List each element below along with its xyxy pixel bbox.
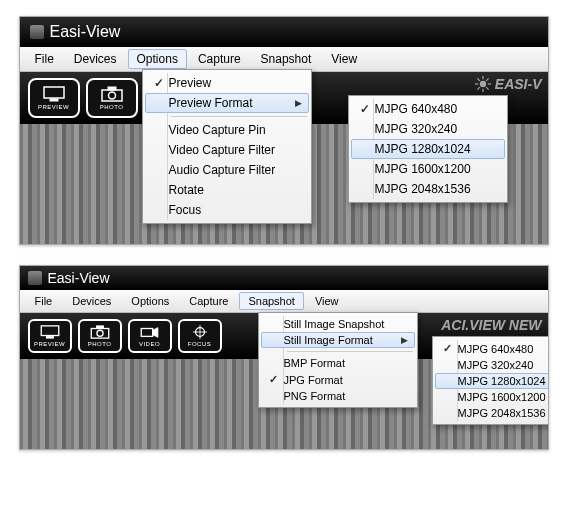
format-option[interactable]: MJPG 1280x1024 bbox=[351, 139, 505, 159]
toolbar-video-button[interactable]: VIDEO bbox=[128, 319, 172, 353]
format-option[interactable]: MJPG 320x240 bbox=[435, 357, 549, 373]
menu-item-label: MJPG 640x480 bbox=[375, 102, 458, 116]
menu-item-focus[interactable]: Focus bbox=[145, 200, 309, 220]
preview-format-submenu: ✓ MJPG 640x480 MJPG 320x240 MJPG 1280x10… bbox=[348, 95, 508, 203]
menu-view[interactable]: View bbox=[322, 49, 366, 69]
menu-item-label: MJPG 1280x1024 bbox=[458, 375, 546, 387]
menu-item-label: BMP Format bbox=[284, 357, 346, 369]
menu-options[interactable]: Options bbox=[122, 292, 178, 310]
format-option[interactable]: MJPG 1600x1200 bbox=[435, 389, 549, 405]
svg-point-17 bbox=[96, 330, 102, 336]
menu-snapshot[interactable]: Snapshot bbox=[239, 292, 303, 310]
menu-separator bbox=[287, 351, 413, 352]
menu-item-label: Video Capture Pin bbox=[169, 123, 266, 137]
menu-item-label: MJPG 320x240 bbox=[375, 122, 458, 136]
menu-item-audio-capture-filter[interactable]: Audio Capture Filter bbox=[145, 160, 309, 180]
menu-item-video-capture-filter[interactable]: Video Capture Filter bbox=[145, 140, 309, 160]
crosshair-icon bbox=[190, 325, 210, 339]
menu-options[interactable]: Options bbox=[128, 49, 187, 69]
menu-item-preview-format[interactable]: Preview Format ▶ bbox=[145, 93, 309, 113]
window-easiview-1: Easi-View File Devices Options Capture S… bbox=[19, 16, 549, 245]
snapshot-menu: Still Image Snapshot Still Image Format … bbox=[258, 312, 418, 408]
menu-item-label: MJPG 1600x1200 bbox=[458, 391, 546, 403]
menu-separator bbox=[171, 116, 307, 117]
checkmark-icon: ✓ bbox=[355, 102, 375, 116]
brand-text: ACI.VIEW NEW bbox=[441, 317, 541, 333]
menu-item-preview[interactable]: ✓ Preview bbox=[145, 73, 309, 93]
toolbar-preview-label: PREVIEW bbox=[38, 104, 69, 110]
camera-icon bbox=[90, 325, 110, 339]
toolbar-preview-button[interactable]: PREVIEW bbox=[28, 319, 72, 353]
toolbar-focus-label: FOCUS bbox=[188, 341, 212, 347]
checkmark-icon: ✓ bbox=[149, 76, 169, 90]
svg-point-5 bbox=[480, 81, 486, 87]
menu-capture[interactable]: Capture bbox=[189, 49, 250, 69]
app-logo-icon bbox=[28, 271, 42, 285]
still-image-format-submenu: ✓ MJPG 640x480 MJPG 320x240 MJPG 1280x10… bbox=[432, 336, 549, 425]
format-option[interactable]: ✓ MJPG 640x480 bbox=[435, 340, 549, 357]
brand-label: ACI.VIEW NEW bbox=[441, 317, 541, 333]
svg-rect-18 bbox=[96, 326, 103, 329]
menu-item-png-format[interactable]: PNG Format bbox=[261, 388, 415, 404]
toolbar-preview-button[interactable]: PREVIEW bbox=[28, 78, 80, 118]
svg-rect-19 bbox=[141, 329, 152, 337]
menu-item-label: Focus bbox=[169, 203, 202, 217]
menu-item-still-image-format[interactable]: Still Image Format ▶ bbox=[261, 332, 415, 348]
toolbar-photo-label: PHOTO bbox=[100, 104, 124, 110]
menu-item-label: MJPG 640x480 bbox=[458, 343, 534, 355]
brand-text: EASI-V bbox=[475, 76, 542, 92]
format-option[interactable]: MJPG 2048x1536 bbox=[435, 405, 549, 421]
submenu-arrow-icon: ▶ bbox=[401, 335, 408, 345]
menu-file[interactable]: File bbox=[26, 292, 62, 310]
menu-item-label: MJPG 1280x1024 bbox=[375, 142, 471, 156]
svg-rect-1 bbox=[50, 99, 58, 101]
menu-capture[interactable]: Capture bbox=[180, 292, 237, 310]
toolbar-video-label: VIDEO bbox=[139, 341, 160, 347]
svg-point-3 bbox=[108, 92, 115, 99]
svg-rect-14 bbox=[41, 326, 59, 336]
menubar: File Devices Options Capture Snapshot Vi… bbox=[20, 290, 548, 313]
menu-item-label: Audio Capture Filter bbox=[169, 163, 276, 177]
video-camera-icon bbox=[140, 325, 160, 339]
titlebar: Easi-View bbox=[20, 17, 548, 47]
format-option[interactable]: ✓ MJPG 640x480 bbox=[351, 99, 505, 119]
menu-devices[interactable]: Devices bbox=[63, 292, 120, 310]
svg-line-11 bbox=[486, 87, 488, 89]
menu-item-label: MJPG 2048x1536 bbox=[375, 182, 471, 196]
menu-item-label: Video Capture Filter bbox=[169, 143, 276, 157]
menu-item-rotate[interactable]: Rotate bbox=[145, 180, 309, 200]
menu-snapshot[interactable]: Snapshot bbox=[252, 49, 321, 69]
menu-item-label: Still Image Snapshot bbox=[284, 318, 385, 330]
format-option[interactable]: MJPG 320x240 bbox=[351, 119, 505, 139]
toolbar-focus-button[interactable]: FOCUS bbox=[178, 319, 222, 353]
svg-line-10 bbox=[477, 78, 479, 80]
menu-item-label: JPG Format bbox=[284, 374, 343, 386]
toolbar-photo-label: PHOTO bbox=[88, 341, 112, 347]
svg-marker-20 bbox=[152, 328, 157, 338]
monitor-icon bbox=[40, 325, 60, 339]
menu-item-label: Preview bbox=[169, 76, 212, 90]
format-option[interactable]: MJPG 2048x1536 bbox=[351, 179, 505, 199]
menu-item-bmp-format[interactable]: BMP Format bbox=[261, 355, 415, 371]
svg-line-13 bbox=[477, 87, 479, 89]
app-title: Easi-View bbox=[48, 270, 110, 286]
submenu-arrow-icon: ▶ bbox=[295, 98, 302, 108]
menu-item-still-image-snapshot[interactable]: Still Image Snapshot bbox=[261, 316, 415, 332]
format-option[interactable]: MJPG 1280x1024 bbox=[435, 373, 549, 389]
svg-line-12 bbox=[486, 78, 488, 80]
titlebar: Easi-View bbox=[20, 266, 548, 290]
sun-icon bbox=[475, 76, 491, 92]
toolbar-photo-button[interactable]: PHOTO bbox=[78, 319, 122, 353]
checkmark-icon: ✓ bbox=[264, 373, 284, 386]
menu-devices[interactable]: Devices bbox=[65, 49, 126, 69]
brand-label: EASI-V bbox=[495, 76, 542, 92]
monitor-icon bbox=[43, 86, 65, 102]
format-option[interactable]: MJPG 1600x1200 bbox=[351, 159, 505, 179]
menu-item-jpg-format[interactable]: ✓ JPG Format bbox=[261, 371, 415, 388]
svg-rect-4 bbox=[108, 87, 116, 90]
menu-item-label: Preview Format bbox=[169, 96, 253, 110]
menu-file[interactable]: File bbox=[26, 49, 63, 69]
menu-item-video-capture-pin[interactable]: Video Capture Pin bbox=[145, 120, 309, 140]
menu-view[interactable]: View bbox=[306, 292, 348, 310]
toolbar-photo-button[interactable]: PHOTO bbox=[86, 78, 138, 118]
